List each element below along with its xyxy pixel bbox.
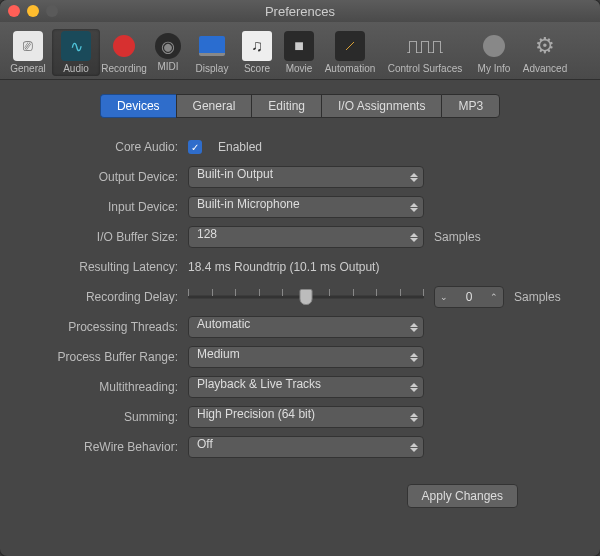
multithreading-select[interactable]: Playback & Live Tracks <box>188 376 424 398</box>
toolbar-label: Automation <box>325 63 376 74</box>
samples-suffix: Samples <box>434 230 481 244</box>
output-device-label: Output Device: <box>20 170 188 184</box>
resulting-latency-value: 18.4 ms Roundtrip (10.1 ms Output) <box>188 260 379 274</box>
toolbar-my-info[interactable]: My Info <box>470 29 518 76</box>
io-buffer-label: I/O Buffer Size: <box>20 230 188 244</box>
toolbar-score[interactable]: ♫ Score <box>236 29 278 76</box>
toolbar-recording[interactable]: Recording <box>100 29 148 76</box>
recording-delay-stepper[interactable]: ⌄ 0 ⌃ <box>434 286 504 308</box>
process-buffer-range-select[interactable]: Medium <box>188 346 424 368</box>
summing-select[interactable]: High Precision (64 bit) <box>188 406 424 428</box>
minimize-icon[interactable] <box>27 5 39 17</box>
zoom-icon[interactable] <box>46 5 58 17</box>
tab-devices[interactable]: Devices <box>100 94 176 118</box>
toolbar-advanced[interactable]: ⚙ Advanced <box>518 29 572 76</box>
input-device-select[interactable]: Built-in Microphone <box>188 196 424 218</box>
rewire-label: ReWire Behavior: <box>20 440 188 454</box>
toolbar-automation[interactable]: ⟋ Automation <box>320 29 380 76</box>
multithreading-label: Multithreading: <box>20 380 188 394</box>
toolbar-display[interactable]: Display <box>188 29 236 76</box>
processing-threads-label: Processing Threads: <box>20 320 188 334</box>
processing-threads-select[interactable]: Automatic <box>188 316 424 338</box>
tab-mp3[interactable]: MP3 <box>441 94 500 118</box>
toolbar-label: Audio <box>63 63 89 74</box>
toolbar-general[interactable]: ⎚ General <box>4 29 52 76</box>
devices-form: Core Audio: ✓ Enabled Output Device: Bui… <box>20 136 580 508</box>
waveform-icon: ∿ <box>70 37 83 56</box>
toolbar-movie[interactable]: ■ Movie <box>278 29 320 76</box>
toolbar-label: Recording <box>101 63 147 74</box>
preferences-window: Preferences ⎚ General ∿ Audio Recording … <box>0 0 600 556</box>
toolbar-audio[interactable]: ∿ Audio <box>52 29 100 76</box>
apply-changes-button[interactable]: Apply Changes <box>407 484 518 508</box>
music-note-icon: ♫ <box>251 37 263 55</box>
slider-thumb-icon[interactable] <box>300 289 313 305</box>
stepper-up[interactable]: ⌃ <box>485 287 503 307</box>
slider-icon: ⎚ <box>23 37 33 55</box>
input-device-label: Input Device: <box>20 200 188 214</box>
core-audio-checkbox[interactable]: ✓ <box>188 140 202 154</box>
recording-delay-label: Recording Delay: <box>20 290 188 304</box>
process-buffer-range-label: Process Buffer Range: <box>20 350 188 364</box>
sub-tabs: Devices General Editing I/O Assignments … <box>20 94 580 118</box>
recording-delay-slider[interactable] <box>188 286 424 308</box>
toolbar-label: Display <box>196 63 229 74</box>
toolbar-label: My Info <box>478 63 511 74</box>
titlebar: Preferences <box>0 0 600 22</box>
samples-suffix: Samples <box>514 290 561 304</box>
output-device-select[interactable]: Built-in Output <box>188 166 424 188</box>
toolbar-label: Movie <box>286 63 313 74</box>
user-icon <box>483 35 505 57</box>
toolbar-label: MIDI <box>157 61 178 72</box>
close-icon[interactable] <box>8 5 20 17</box>
tab-editing[interactable]: Editing <box>251 94 321 118</box>
toolbar-label: Advanced <box>523 63 567 74</box>
rewire-select[interactable]: Off <box>188 436 424 458</box>
toolbar-label: Control Surfaces <box>388 63 462 74</box>
automation-icon: ⟋ <box>342 37 358 55</box>
gear-icon: ⚙ <box>535 33 555 59</box>
core-audio-label: Core Audio: <box>20 140 188 154</box>
preferences-body: Devices General Editing I/O Assignments … <box>0 80 600 528</box>
summing-label: Summing: <box>20 410 188 424</box>
toolbar: ⎚ General ∿ Audio Recording ◉ MIDI Displ… <box>0 22 600 80</box>
faders-icon: ⎍⎍⎍ <box>407 35 443 58</box>
io-buffer-select[interactable]: 128 <box>188 226 424 248</box>
resulting-latency-label: Resulting Latency: <box>20 260 188 274</box>
tab-io-assignments[interactable]: I/O Assignments <box>321 94 441 118</box>
toolbar-control-surfaces[interactable]: ⎍⎍⎍ Control Surfaces <box>380 29 470 76</box>
record-icon <box>113 35 135 57</box>
tab-general[interactable]: General <box>176 94 252 118</box>
toolbar-label: Score <box>244 63 270 74</box>
window-title: Preferences <box>0 4 600 19</box>
midi-icon: ◉ <box>161 37 175 56</box>
display-icon <box>199 36 225 56</box>
enabled-text: Enabled <box>218 140 262 154</box>
stepper-down[interactable]: ⌄ <box>435 287 453 307</box>
traffic-lights <box>8 5 58 17</box>
toolbar-midi[interactable]: ◉ MIDI <box>148 31 188 74</box>
camera-icon: ■ <box>294 37 304 55</box>
toolbar-label: General <box>10 63 46 74</box>
recording-delay-value: 0 <box>453 290 485 304</box>
